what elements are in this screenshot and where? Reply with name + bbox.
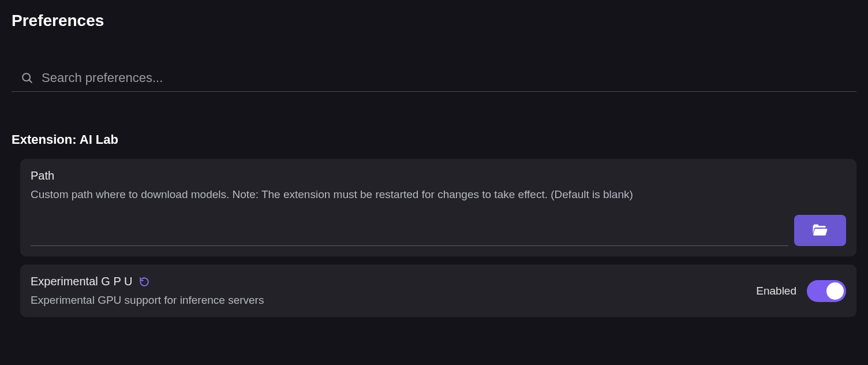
gpu-label: Experimental G P U [31,275,132,288]
page-title: Preferences [12,12,856,30]
path-input[interactable] [31,215,788,246]
browse-folder-button[interactable] [794,215,846,246]
search-input[interactable] [42,70,856,85]
toggle-knob [826,282,844,300]
svg-line-1 [29,80,32,83]
folder-open-icon [813,224,828,238]
gpu-right: Enabled [756,280,846,302]
gpu-card: Experimental G P U Experimental GPU supp… [20,265,856,317]
gpu-left: Experimental G P U Experimental GPU supp… [31,275,264,307]
reset-icon[interactable] [139,277,149,287]
toggle-status-label: Enabled [756,285,796,297]
section-title: Extension: AI Lab [12,132,856,147]
search-row [12,70,856,92]
gpu-toggle[interactable] [807,280,846,302]
search-icon [21,72,33,84]
path-card: Path Custom path where to download model… [20,159,856,256]
path-row [31,215,846,246]
gpu-description: Experimental GPU support for inference s… [31,294,264,307]
path-label: Path [31,169,846,182]
gpu-label-row: Experimental G P U [31,275,264,288]
path-description: Custom path where to download models. No… [31,188,846,201]
